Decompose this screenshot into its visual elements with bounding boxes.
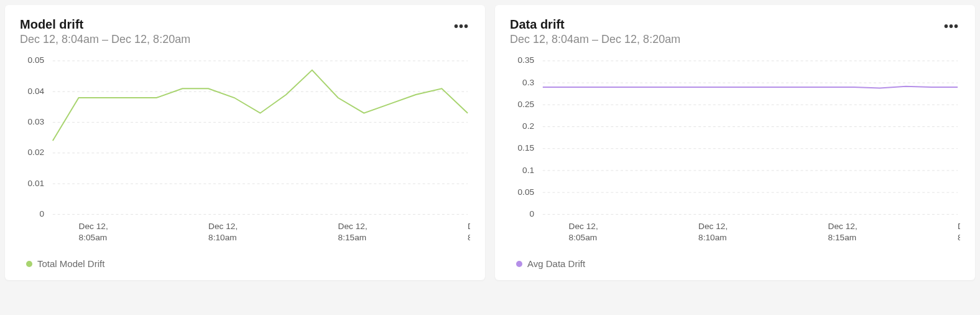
- y-axis-tick-label: 0.2: [522, 121, 534, 131]
- series-line: [543, 87, 958, 88]
- y-axis-tick-label: 0.04: [27, 87, 44, 96]
- card-subtitle: Dec 12, 8:04am – Dec 12, 8:20am: [510, 33, 680, 46]
- y-axis-tick-label: 0.1: [522, 166, 534, 175]
- chart-legend: Avg Data Drift: [510, 258, 960, 269]
- y-axis-tick-label: 0.35: [517, 56, 534, 65]
- more-options-button[interactable]: •••: [943, 17, 960, 35]
- model-drift-chart: 00.010.020.030.040.05Dec 12,8:05amDec 12…: [20, 56, 470, 251]
- y-axis-tick-label: 0.05: [27, 56, 44, 65]
- ellipsis-icon: •••: [944, 19, 959, 33]
- card-title: Data drift: [510, 17, 680, 32]
- x-axis-tick-label: Dec 12,8:05am: [569, 222, 598, 242]
- y-axis-tick-label: 0: [40, 209, 45, 219]
- card-header: Data drift Dec 12, 8:04am – Dec 12, 8:20…: [510, 17, 960, 46]
- y-axis-tick-label: 0.02: [27, 148, 44, 157]
- x-axis-tick-label: Dec 12,8:10am: [698, 222, 728, 242]
- x-axis-tick-label: D8: [468, 222, 470, 242]
- y-axis-tick-label: 0.15: [517, 143, 534, 153]
- card-subtitle: Dec 12, 8:04am – Dec 12, 8:20am: [20, 33, 190, 46]
- legend-label: Avg Data Drift: [527, 258, 585, 269]
- y-axis-tick-label: 0.25: [517, 100, 534, 109]
- y-axis-tick-label: 0.01: [27, 179, 44, 188]
- data-drift-card: Data drift Dec 12, 8:04am – Dec 12, 8:20…: [495, 5, 975, 280]
- model-drift-card: Model drift Dec 12, 8:04am – Dec 12, 8:2…: [5, 5, 485, 280]
- y-axis-tick-label: 0.05: [517, 187, 534, 197]
- series-line: [53, 70, 468, 141]
- more-options-button[interactable]: •••: [453, 17, 470, 35]
- card-title: Model drift: [20, 17, 190, 32]
- x-axis-tick-label: Dec 12,8:15am: [828, 222, 858, 242]
- ellipsis-icon: •••: [454, 19, 469, 33]
- dashboard: Model drift Dec 12, 8:04am – Dec 12, 8:2…: [5, 5, 975, 280]
- legend-swatch-icon: [26, 261, 32, 267]
- y-axis-tick-label: 0.03: [27, 117, 44, 126]
- data-drift-chart: 00.050.10.150.20.250.30.35Dec 12,8:05amD…: [510, 56, 960, 251]
- x-axis-tick-label: Dec 12,8:10am: [208, 222, 238, 242]
- y-axis-tick-label: 0.3: [522, 78, 534, 87]
- x-axis-tick-label: Dec 12,8:05am: [79, 222, 108, 242]
- chart-legend: Total Model Drift: [20, 258, 470, 269]
- chart-svg: 00.010.020.030.040.05Dec 12,8:05amDec 12…: [20, 56, 470, 251]
- x-axis-tick-label: Dec 12,8:15am: [338, 222, 368, 242]
- chart-svg: 00.050.10.150.20.250.30.35Dec 12,8:05amD…: [510, 56, 960, 251]
- card-header: Model drift Dec 12, 8:04am – Dec 12, 8:2…: [20, 17, 470, 46]
- legend-label: Total Model Drift: [37, 258, 104, 269]
- legend-swatch-icon: [516, 261, 522, 267]
- y-axis-tick-label: 0: [530, 209, 535, 219]
- x-axis-tick-label: D8: [958, 222, 960, 242]
